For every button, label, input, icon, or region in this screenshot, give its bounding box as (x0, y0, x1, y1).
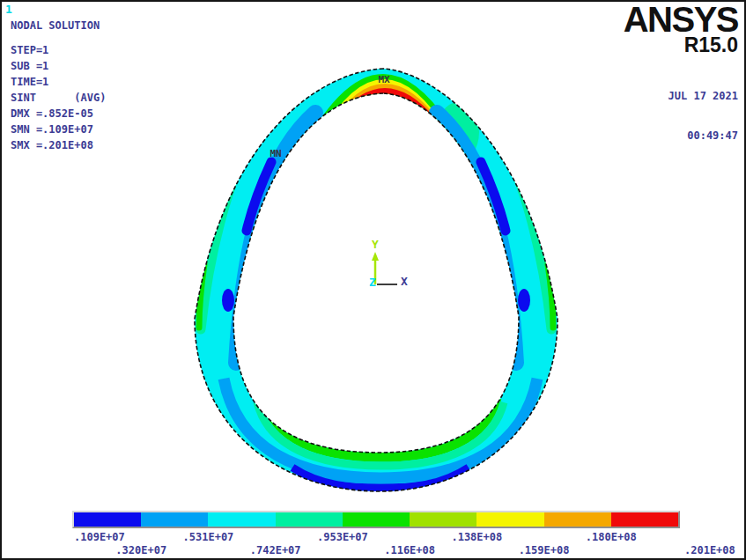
legend-cell (74, 512, 141, 527)
ansys-graphics-window: 1 NODAL SOLUTION STEP=1SUB =1TIME=1SINT … (0, 0, 746, 560)
legend-cell (611, 512, 678, 527)
legend-cell (141, 512, 208, 527)
legend-cell (476, 512, 543, 527)
legend-bar (72, 511, 680, 528)
contour-inner-sky-right (437, 113, 516, 363)
contour-plot: MX MN Y Z X (2, 2, 744, 558)
contour-blue-spot-left (222, 289, 234, 312)
legend-cell (343, 512, 410, 527)
legend-cell (276, 512, 343, 527)
triad-x-label: X (401, 275, 408, 288)
legend-cell (544, 512, 611, 527)
triad-z-label: Z (369, 276, 376, 289)
max-stress-marker: MX (378, 74, 390, 85)
contour-blue-spot-right (518, 289, 530, 312)
legend-cell (410, 512, 476, 527)
min-stress-marker: MN (270, 148, 281, 159)
legend-cell (208, 512, 275, 527)
triad-y-label: Y (372, 238, 379, 251)
coordinate-triad: Y Z X (369, 238, 408, 289)
